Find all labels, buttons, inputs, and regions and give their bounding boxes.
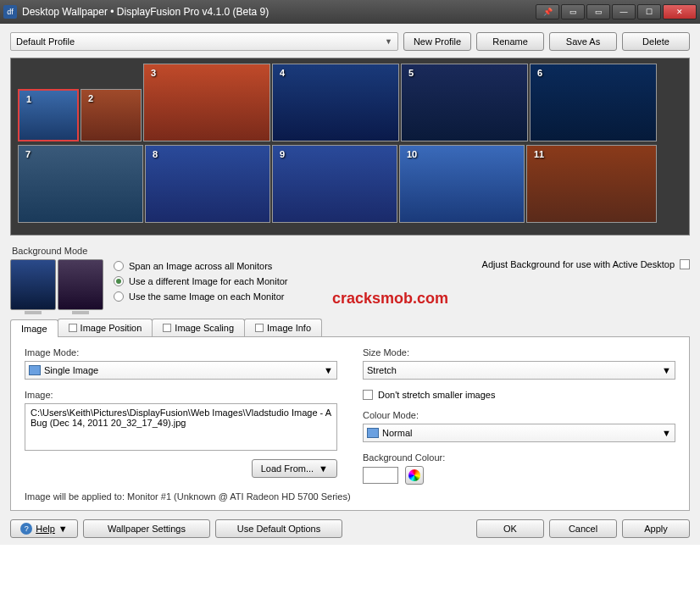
chevron-down-icon: ▼	[662, 428, 671, 438]
close-button[interactable]: ✕	[663, 4, 697, 19]
radio-icon	[114, 276, 124, 286]
bg-colour-label: Background Colour:	[363, 452, 675, 463]
monitor-preview-area: 1 2 3 4 5 6 7 8 9 10 11	[10, 58, 690, 236]
tab-panel-image: Image Mode: Single Image ▼ Image: C:\Use…	[10, 337, 690, 511]
monitor-7[interactable]: 7	[18, 145, 143, 223]
bgmode-illustration	[10, 259, 103, 310]
image-mode-dropdown[interactable]: Single Image ▼	[25, 361, 337, 380]
monitor-3[interactable]: 3	[143, 64, 270, 141]
cancel-button[interactable]: Cancel	[549, 519, 617, 538]
titlebar: df Desktop Wallpaper • DisplayFusion Pro…	[0, 0, 700, 24]
adjust-checkbox[interactable]	[680, 259, 690, 269]
save-as-button[interactable]: Save As	[549, 32, 617, 51]
maximize-button[interactable]: ☐	[637, 4, 661, 19]
tab-image-scaling[interactable]: Image Scaling	[152, 319, 245, 336]
colour-picker-button[interactable]	[405, 466, 424, 485]
monitor-2[interactable]: 2	[81, 89, 142, 141]
bg-colour-swatch[interactable]	[363, 467, 398, 484]
pin-button[interactable]: 📌	[536, 4, 559, 19]
watermark: cracksmob.com	[332, 290, 448, 308]
bgmode-label: Background Mode	[12, 246, 690, 256]
help-button[interactable]: ? Help ▼	[10, 519, 78, 538]
min-restore-button-2[interactable]: ▭	[586, 4, 610, 19]
tab-image-info[interactable]: Image Info	[244, 319, 322, 336]
app-icon: df	[3, 5, 17, 19]
wallpaper-settings-button[interactable]: Wallpaper Settings	[83, 519, 210, 538]
size-mode-dropdown[interactable]: Stretch ▼	[363, 361, 675, 380]
colour-wheel-icon	[408, 469, 420, 481]
size-mode-label: Size Mode:	[363, 347, 675, 358]
help-icon: ?	[20, 523, 32, 535]
minimize-button[interactable]: —	[612, 4, 636, 19]
radio-icon	[114, 261, 124, 271]
radio-different[interactable]: Use a different Image for each Monitor	[114, 276, 288, 286]
new-profile-button[interactable]: New Profile	[403, 32, 471, 51]
chevron-down-icon: ▼	[385, 37, 392, 46]
adjust-label: Adjust Background for use with Active De…	[482, 259, 675, 269]
window-title: Desktop Wallpaper • DisplayFusion Pro v4…	[22, 6, 536, 18]
chevron-down-icon: ▼	[662, 365, 671, 375]
radio-icon	[114, 291, 124, 302]
square-icon	[255, 324, 264, 332]
chevron-down-icon: ▼	[319, 463, 328, 474]
monitor-4[interactable]: 4	[272, 64, 399, 141]
apply-status: Image will be applied to: Monitor #1 (Un…	[25, 491, 675, 502]
square-icon	[69, 324, 77, 332]
radio-same[interactable]: Use the same Image on each Monitor	[114, 291, 288, 302]
load-from-button[interactable]: Load From... ▼	[252, 459, 337, 478]
monitor-10[interactable]: 10	[399, 145, 525, 223]
profile-selected: Default Profile	[16, 36, 75, 47]
tab-image[interactable]: Image	[10, 319, 58, 337]
chevron-down-icon: ▼	[58, 524, 68, 534]
monitor-9[interactable]: 9	[272, 145, 397, 223]
monitor-6[interactable]: 6	[530, 64, 657, 141]
tab-image-position[interactable]: Image Position	[58, 319, 153, 336]
tab-strip: Image Image Position Image Scaling Image…	[10, 319, 690, 337]
apply-button[interactable]: Apply	[622, 519, 690, 538]
colour-mode-dropdown[interactable]: Normal ▼	[363, 424, 675, 442]
square-icon	[163, 324, 171, 332]
image-path-field[interactable]: C:\Users\Keith\Pictures\DisplayFusion\We…	[25, 403, 337, 451]
image-mode-label: Image Mode:	[25, 347, 337, 358]
dont-stretch-checkbox[interactable]	[363, 390, 373, 400]
monitor-1[interactable]: 1	[18, 89, 79, 141]
image-icon	[367, 428, 379, 438]
monitor-11[interactable]: 11	[526, 145, 657, 223]
monitor-5[interactable]: 5	[401, 64, 528, 141]
profile-combo[interactable]: Default Profile ▼	[10, 32, 398, 51]
delete-button[interactable]: Delete	[622, 32, 690, 51]
monitor-8[interactable]: 8	[145, 145, 270, 223]
ok-button[interactable]: OK	[476, 519, 544, 538]
image-label: Image:	[25, 390, 337, 400]
image-icon	[29, 365, 41, 375]
min-restore-button[interactable]: ▭	[561, 4, 585, 19]
rename-button[interactable]: Rename	[476, 32, 544, 51]
colour-mode-label: Colour Mode:	[363, 410, 675, 420]
dont-stretch-row[interactable]: Don't stretch smaller images	[363, 390, 675, 400]
radio-span[interactable]: Span an Image across all Monitors	[114, 261, 288, 271]
use-default-button[interactable]: Use Default Options	[215, 519, 342, 538]
chevron-down-icon: ▼	[324, 365, 333, 375]
